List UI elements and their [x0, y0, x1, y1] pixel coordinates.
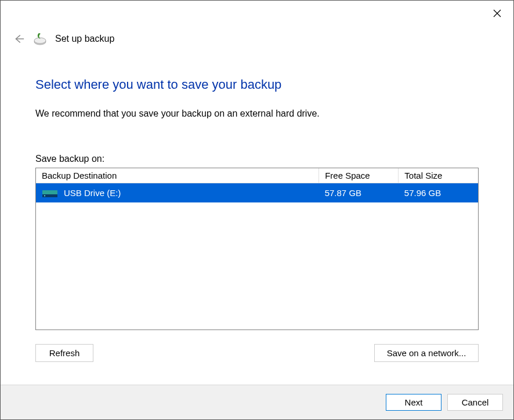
wizard-footer: Next Cancel — [1, 385, 513, 419]
svg-rect-5 — [42, 190, 57, 194]
drive-total-size: 57.96 GB — [399, 183, 478, 203]
back-button[interactable] — [12, 32, 25, 45]
title-bar — [1, 1, 513, 26]
column-header-free-space[interactable]: Free Space — [319, 168, 399, 183]
column-header-destination[interactable]: Backup Destination — [36, 168, 319, 183]
next-button[interactable]: Next — [386, 394, 441, 411]
column-header-total-size[interactable]: Total Size — [399, 168, 478, 183]
drive-row[interactable]: USB Drive (E:) 57.87 GB 57.96 GB — [36, 183, 478, 203]
drive-free-space: 57.87 GB — [319, 183, 399, 203]
drive-icon — [42, 189, 58, 198]
save-on-network-button[interactable]: Save on a network... — [374, 344, 479, 362]
wizard-header: Set up backup — [1, 32, 513, 46]
close-button[interactable] — [491, 8, 503, 19]
page-heading: Select where you want to save your backu… — [35, 77, 479, 92]
close-icon — [493, 9, 501, 17]
cancel-button[interactable]: Cancel — [447, 394, 503, 411]
arrow-left-icon — [12, 32, 25, 45]
recommendation-text: We recommend that you save your backup o… — [35, 108, 479, 119]
content-area: Select where you want to save your backu… — [1, 77, 513, 362]
list-label: Save backup on: — [35, 154, 479, 164]
drive-list[interactable]: Backup Destination Free Space Total Size — [35, 168, 479, 330]
refresh-button[interactable]: Refresh — [35, 344, 93, 362]
backup-wizard-icon — [33, 32, 47, 46]
svg-point-7 — [44, 195, 45, 196]
wizard-title: Set up backup — [55, 34, 114, 44]
drive-name: USB Drive (E:) — [64, 188, 121, 198]
